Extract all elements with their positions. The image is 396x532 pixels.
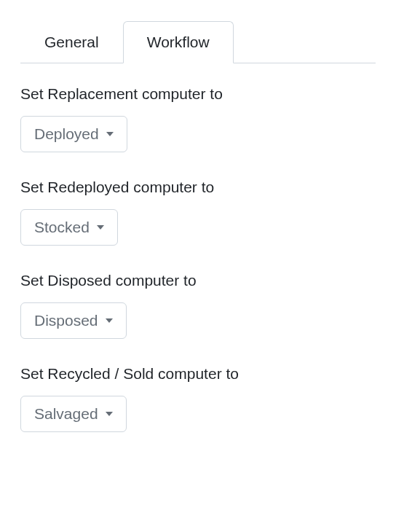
- replacement-label: Set Replacement computer to: [20, 85, 376, 103]
- disposed-field: Set Disposed computer to Disposed: [20, 272, 376, 339]
- redeployed-field: Set Redeployed computer to Stocked: [20, 179, 376, 246]
- tab-bar: General Workflow: [20, 20, 376, 63]
- disposed-label: Set Disposed computer to: [20, 272, 376, 289]
- recycled-value: Salvaged: [34, 405, 98, 423]
- tab-general[interactable]: General: [20, 21, 123, 63]
- chevron-down-icon: [106, 318, 113, 323]
- tab-workflow[interactable]: Workflow: [123, 21, 234, 63]
- disposed-value: Disposed: [34, 312, 98, 329]
- replacement-value: Deployed: [34, 125, 99, 143]
- redeployed-label: Set Redeployed computer to: [20, 179, 376, 196]
- chevron-down-icon: [106, 412, 113, 416]
- replacement-field: Set Replacement computer to Deployed: [20, 85, 376, 152]
- recycled-dropdown[interactable]: Salvaged: [20, 396, 127, 432]
- chevron-down-icon: [106, 132, 114, 136]
- redeployed-dropdown[interactable]: Stocked: [20, 209, 118, 246]
- recycled-field: Set Recycled / Sold computer to Salvaged: [20, 365, 376, 432]
- chevron-down-icon: [97, 225, 104, 230]
- replacement-dropdown[interactable]: Deployed: [20, 116, 127, 152]
- redeployed-value: Stocked: [34, 219, 90, 236]
- disposed-dropdown[interactable]: Disposed: [20, 302, 127, 339]
- recycled-label: Set Recycled / Sold computer to: [20, 365, 376, 383]
- workflow-settings: Set Replacement computer to Deployed Set…: [0, 63, 396, 480]
